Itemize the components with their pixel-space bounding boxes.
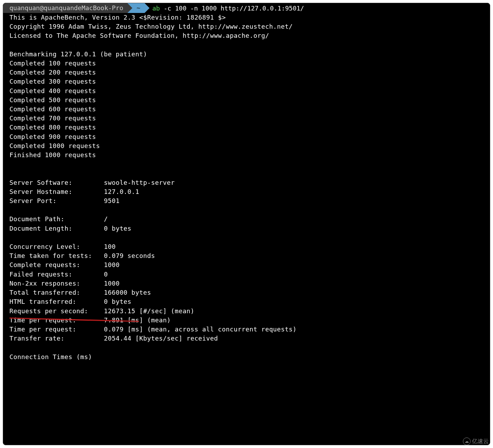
prompt-line[interactable]: quanquan@quanquandeMacBook-Pro ~ ab -c 1… <box>3 3 490 13</box>
server-hostname: Server Hostname: 127.0.0.1 <box>3 187 490 196</box>
watermark-text: 亿速云 <box>472 438 489 445</box>
terminal-window[interactable]: quanquan@quanquandeMacBook-Pro ~ ab -c 1… <box>3 3 490 445</box>
html-transferred: HTML transferred: 0 bytes <box>3 297 490 306</box>
transfer-rate: Transfer rate: 2054.44 [Kbytes/sec] rece… <box>3 334 490 343</box>
time-taken: Time taken for tests: 0.079 seconds <box>3 251 490 260</box>
output-line: Benchmarking 127.0.0.1 (be patient) <box>3 50 490 59</box>
complete-requests: Complete requests: 1000 <box>3 260 490 270</box>
output-line: Completed 600 requests <box>3 105 490 114</box>
server-software: Server Software: swoole-http-server <box>3 178 490 187</box>
total-transferred: Total transferred: 166000 bytes <box>3 288 490 297</box>
output-line: Copyright 1996 Adam Twiss, Zeus Technolo… <box>3 22 490 31</box>
output-line: Completed 100 requests <box>3 59 490 68</box>
output-line: Licensed to The Apache Software Foundati… <box>3 31 490 40</box>
output-line <box>3 160 490 169</box>
concurrency-level: Concurrency Level: 100 <box>3 242 490 251</box>
output-line <box>3 205 490 215</box>
cloud-icon: ☁ <box>463 438 471 445</box>
output-line: Completed 1000 requests <box>3 141 490 150</box>
output-line: Completed 200 requests <box>3 68 490 77</box>
document-path: Document Path: / <box>3 215 490 224</box>
document-length: Document Length: 0 bytes <box>3 224 490 233</box>
command-args: -c 100 -n 1000 http://127.0.0.1:9501/ <box>160 5 304 12</box>
output-line <box>3 343 490 352</box>
server-port: Server Port: 9501 <box>3 196 490 205</box>
output-line: Completed 800 requests <box>3 123 490 132</box>
non-2xx-responses: Non-2xx responses: 1000 <box>3 279 490 288</box>
prompt-host: quanquan@quanquandeMacBook-Pro <box>3 3 127 13</box>
failed-requests: Failed requests: 0 <box>3 270 490 279</box>
output-line: Completed 700 requests <box>3 114 490 123</box>
watermark: ☁ 亿速云 <box>463 438 489 445</box>
output-line: This is ApacheBench, Version 2.3 <$Revis… <box>3 13 490 22</box>
output-line <box>3 169 490 178</box>
output-line: Finished 1000 requests <box>3 150 490 160</box>
output-line <box>3 41 490 50</box>
output-line: Completed 300 requests <box>3 77 490 86</box>
requests-per-second: Requests per second: 12673.15 [#/sec] (m… <box>3 307 490 316</box>
output-line: Completed 500 requests <box>3 96 490 105</box>
output-line: Completed 900 requests <box>3 132 490 141</box>
connection-times-header: Connection Times (ms) <box>3 352 490 362</box>
output-line <box>3 233 490 242</box>
output-line: Completed 400 requests <box>3 86 490 96</box>
time-per-request-2: Time per request: 0.079 [ms] (mean, acro… <box>3 325 490 334</box>
